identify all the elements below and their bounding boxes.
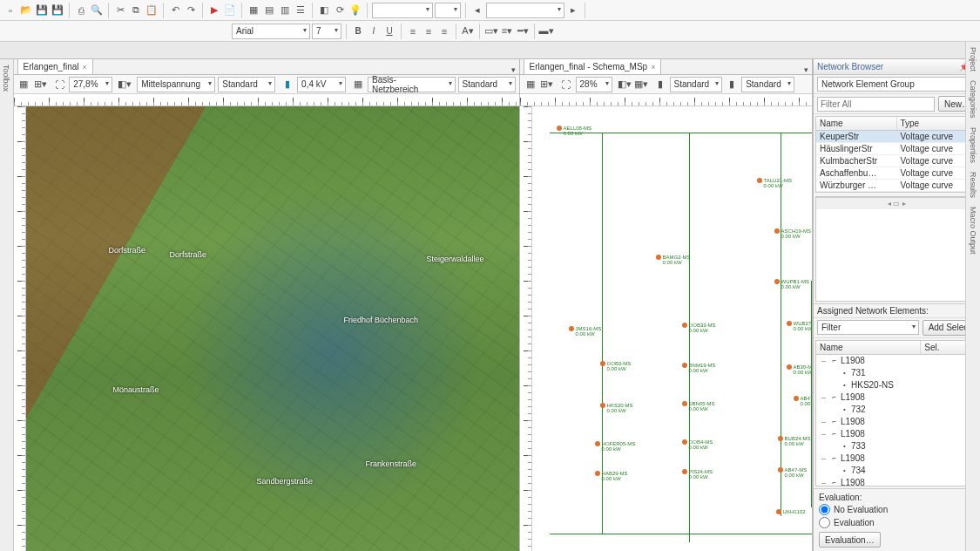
fontcolor-icon[interactable]: A▾ [461, 24, 475, 38]
schema-node[interactable]: TALU21-MS0.00 kW [757, 178, 793, 188]
tab-schema[interactable]: Erlangen_final - Schema_MSp × [524, 58, 662, 74]
next-icon[interactable]: ▸ [566, 3, 580, 17]
grid2-icon[interactable]: ⊞▾ [33, 78, 47, 92]
toolbox-tab[interactable]: Toolbox [2, 65, 10, 92]
print-icon[interactable]: ⎙ [74, 3, 88, 17]
volt-combo[interactable]: 0,4 kV [297, 77, 346, 92]
grid-row[interactable]: HäuslingerStrVoltage curve [816, 143, 977, 155]
grid-row[interactable]: Würzburger …Voltage curve [816, 180, 977, 192]
grid2-icon[interactable]: ⊞▾ [540, 78, 554, 92]
zoom-combo[interactable]: 28% [576, 77, 612, 92]
tree-node[interactable]: •HKS20-NS [816, 379, 977, 391]
help-icon[interactable]: 💡 [348, 3, 362, 17]
tree-node[interactable]: –⌐L1908 [816, 391, 977, 404]
scrollbar[interactable]: ◂ ▭ ▸ [816, 197, 977, 209]
grid-row[interactable]: KulmbacherStrVoltage curve [816, 155, 977, 167]
fillcolor-icon[interactable]: ▬▾ [539, 24, 553, 38]
properties-tab[interactable]: Properties [969, 127, 977, 163]
range-combo[interactable]: Basis-Netzbereich [368, 77, 456, 92]
combo-a[interactable] [372, 3, 433, 18]
schema-node[interactable]: OOB33-MS0.00 kW [682, 323, 716, 333]
close-icon[interactable]: × [651, 63, 655, 71]
schema-node[interactable]: AB47-MS0.00 kW [778, 467, 808, 478]
underline-button[interactable]: U [382, 24, 396, 38]
tree-node[interactable]: •734 [816, 465, 977, 477]
schema-node[interactable]: ASCH19-MS0.00 kW [774, 228, 811, 239]
schema-node[interactable]: WUB27-MS0.00 kW [787, 321, 812, 331]
tree-node[interactable]: –⌐L1908 [816, 452, 977, 465]
tree-node[interactable]: –⌐L1908 [816, 416, 977, 428]
fontsize-combo[interactable]: 7 [312, 24, 341, 39]
window2-icon[interactable]: ▤ [262, 3, 276, 17]
zoomfit-icon[interactable]: ⛶ [52, 78, 66, 92]
col-name[interactable]: Name [816, 117, 897, 130]
schema-node[interactable]: JMS16-MS0.00 kW [569, 326, 602, 337]
net-icon[interactable]: ▦ [351, 78, 365, 92]
redo-icon[interactable]: ↷ [184, 3, 198, 17]
window3-icon[interactable]: ▥ [278, 3, 292, 17]
schema-node[interactable]: AELL08-MS0.00 kW [557, 126, 591, 136]
open-icon[interactable]: 📂 [19, 3, 33, 17]
align-left-icon[interactable]: ≡ [406, 24, 420, 38]
flag3-icon[interactable]: ▮ [725, 78, 739, 92]
schema-node[interactable]: AB30-MS0.00 kW [787, 364, 812, 375]
grid-icon[interactable]: ▦ [17, 78, 31, 92]
new-icon[interactable]: ▫ [3, 3, 17, 17]
flag2-icon[interactable]: ▮ [653, 78, 667, 92]
schema-node[interactable]: HAB29-MS0.00 kW [595, 471, 628, 481]
tree-node[interactable]: •731 [816, 367, 977, 379]
schema-node[interactable]: EBN05-MS0.00 kW [682, 401, 715, 412]
prev-icon[interactable]: ◂ [470, 3, 484, 17]
tab-map[interactable]: Erlangen_final × [17, 58, 93, 74]
save-all-icon[interactable]: 💾 [51, 3, 64, 17]
combo-b[interactable] [435, 3, 461, 18]
italic-button[interactable]: I [367, 24, 381, 38]
tab-dropdown-icon[interactable]: ▾ [804, 65, 808, 74]
layer-combo[interactable]: Mittelspannung [137, 77, 215, 92]
zoomfit-icon[interactable]: ⛶ [559, 78, 573, 92]
save-icon[interactable]: 💾 [35, 3, 49, 17]
schema-node[interactable]: OOB2-MS0.00 kW [600, 361, 632, 371]
tree-node[interactable]: –⌐L1908 [816, 355, 977, 367]
macro-output-tab[interactable]: Macro Output [969, 207, 977, 255]
tree-node[interactable]: –⌐L1908 [816, 477, 977, 486]
linewidth-icon[interactable]: ━▾ [516, 24, 530, 38]
categories-tab[interactable]: Categories [969, 80, 977, 119]
filter2-combo[interactable]: Filter [817, 320, 919, 335]
close-icon[interactable]: × [82, 63, 86, 71]
map-canvas[interactable]: SteigerwaldalleeFriedhof BüchenbachAm Eu… [26, 106, 519, 551]
schema-node[interactable]: BAMG2-MS0.00 kW [656, 255, 691, 265]
std2-combo[interactable]: Standard [741, 77, 794, 92]
schema-node[interactable]: HOFER05-MS0.00 kW [595, 441, 636, 452]
linestyle-icon[interactable]: ≡▾ [500, 24, 514, 38]
schema-node[interactable]: HKS20-MS0.00 kW [600, 403, 633, 413]
preview-icon[interactable]: 🔍 [90, 3, 104, 17]
paste-icon[interactable]: 📋 [145, 3, 159, 17]
bold-button[interactable]: B [351, 24, 365, 38]
combo-c[interactable] [486, 3, 564, 18]
schema-node[interactable]: BNM19-MS0.00 kW [682, 363, 716, 373]
script-icon[interactable]: 📄 [223, 3, 237, 17]
schema-node[interactable]: PIS24-MS0.00 kW [682, 469, 713, 480]
props-icon[interactable]: ☰ [294, 3, 308, 17]
tree-node[interactable]: •733 [816, 440, 977, 452]
cut-icon[interactable]: ✂ [113, 3, 127, 17]
schema-node[interactable]: OOB4-MS0.00 kW [682, 439, 713, 450]
std2-combo[interactable]: Standard [458, 77, 516, 92]
refresh-icon[interactable]: ⟳ [333, 3, 347, 17]
align-right-icon[interactable]: ≡ [437, 24, 451, 38]
window-icon[interactable]: ▦ [247, 3, 260, 17]
tree-col-name[interactable]: Name [816, 341, 921, 354]
std-combo[interactable]: Standard [218, 77, 275, 92]
layers3-icon[interactable]: ▦▾ [634, 78, 648, 92]
grid-row[interactable]: KeuperStrVoltage curve [816, 131, 977, 143]
run-icon[interactable]: ▶ [207, 3, 221, 17]
schema-node[interactable]: BUB24-MS0.00 kW [778, 436, 811, 446]
eval-none-radio[interactable]: No Evaluation [819, 504, 975, 515]
layers-icon[interactable]: ◧ [317, 3, 331, 17]
grid-icon[interactable]: ▦ [524, 78, 537, 92]
align-center-icon[interactable]: ≡ [422, 24, 436, 38]
std1-combo[interactable]: Standard [670, 77, 723, 92]
group-combo[interactable]: Network Element Group [817, 77, 977, 92]
eval-yes-radio[interactable]: Evaluation [819, 517, 975, 528]
